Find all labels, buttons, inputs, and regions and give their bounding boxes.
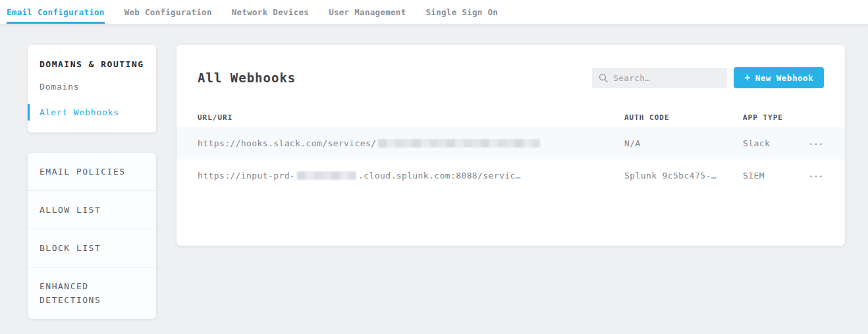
app-type-cell: Slack xyxy=(743,138,788,148)
tab-email-configuration[interactable]: Email Configuration xyxy=(7,0,105,24)
auth-code-cell: Splunk 9c5bc475-… xyxy=(624,171,743,181)
row-menu-ellipsis-icon[interactable]: ••• xyxy=(809,173,824,180)
redacted-url-segment xyxy=(378,139,540,148)
sidebar-item-alert-webhooks[interactable]: Alert Webhooks xyxy=(28,104,156,121)
tab-user-management[interactable]: User Management xyxy=(329,0,406,24)
webhook-url-cell: https://hooks.slack.com/services/ xyxy=(198,138,624,148)
search-icon xyxy=(599,73,608,82)
domains-routing-card: DOMAINS & ROUTING Domains Alert Webhooks xyxy=(28,45,156,132)
sidebar-item-block-list[interactable]: BLOCK LIST xyxy=(28,229,156,267)
plus-icon: + xyxy=(744,72,751,84)
table-row: https://input-prd- .cloud.splunk.com:808… xyxy=(176,159,845,192)
search-box[interactable] xyxy=(592,68,727,88)
column-header-app: APP TYPE xyxy=(743,113,788,122)
domains-routing-title: DOMAINS & ROUTING xyxy=(28,59,156,69)
webhook-url-cell: https://input-prd- .cloud.splunk.com:808… xyxy=(198,171,624,181)
auth-code-cell: N/A xyxy=(624,138,743,148)
top-tab-bar: Email Configuration Web Configuration Ne… xyxy=(0,0,868,24)
sidebar-item-domains[interactable]: Domains xyxy=(28,78,156,95)
page-content: DOMAINS & ROUTING Domains Alert Webhooks… xyxy=(0,24,868,319)
tab-network-devices[interactable]: Network Devices xyxy=(232,0,309,24)
page-title: All Webhooks xyxy=(198,70,296,85)
webhook-url-suffix: .cloud.splunk.com:8088/servic… xyxy=(358,171,521,181)
sidebar-item-allow-list[interactable]: ALLOW LIST xyxy=(28,191,156,229)
new-webhook-button[interactable]: + New Webhook xyxy=(734,67,824,88)
column-header-url: URL/URI xyxy=(198,113,624,122)
row-menu-ellipsis-icon[interactable]: ••• xyxy=(809,141,824,148)
table-row: https://hooks.slack.com/services/ N/A Sl… xyxy=(176,127,845,159)
webhook-url-prefix: https://hooks.slack.com/services/ xyxy=(198,138,376,148)
sidebar-item-email-policies[interactable]: EMAIL POLICIES xyxy=(28,153,156,191)
redacted-url-segment xyxy=(297,171,356,180)
tab-single-sign-on[interactable]: Single Sign On xyxy=(426,0,499,24)
search-input[interactable] xyxy=(613,73,720,83)
new-webhook-button-label: New Webhook xyxy=(755,73,813,83)
all-webhooks-panel: All Webhooks + New Webhook URL/URI AUTH … xyxy=(176,45,845,246)
sidebar-section-list: EMAIL POLICIES ALLOW LIST BLOCK LIST ENH… xyxy=(28,153,156,319)
panel-header: All Webhooks + New Webhook xyxy=(176,45,845,88)
sidebar-item-enhanced-detections[interactable]: ENHANCED DETECTIONS xyxy=(28,267,156,319)
app-type-cell: SIEM xyxy=(743,171,788,181)
column-header-auth: AUTH CODE xyxy=(624,113,743,122)
sidebar: DOMAINS & ROUTING Domains Alert Webhooks… xyxy=(28,45,156,319)
table-header-row: URL/URI AUTH CODE APP TYPE xyxy=(176,108,845,127)
tab-web-configuration[interactable]: Web Configuration xyxy=(124,0,212,24)
webhook-url-prefix: https://input-prd- xyxy=(198,171,295,181)
